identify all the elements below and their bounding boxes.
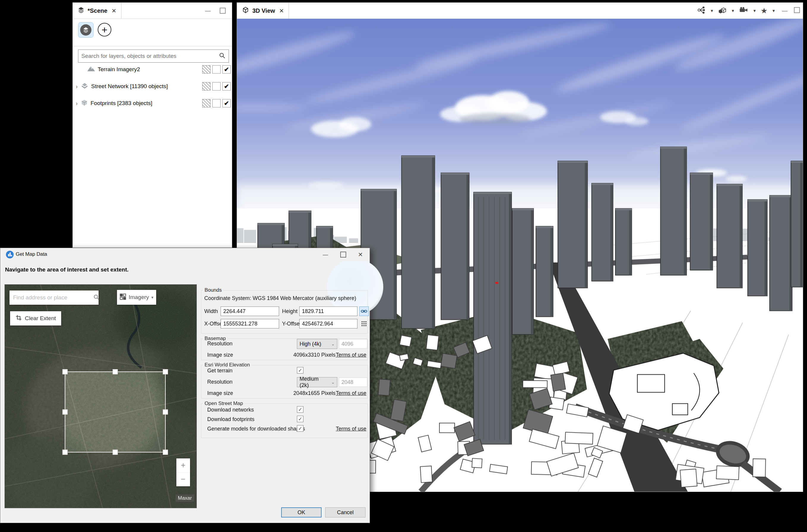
model-dropdown-icon[interactable]: ▼ xyxy=(731,8,735,13)
osm-terms-link[interactable]: Terms of use xyxy=(336,426,366,432)
expand-chevron-icon[interactable]: › xyxy=(73,83,80,90)
layers-view-button[interactable] xyxy=(78,22,93,38)
3d-view-titlebar: 3D View ✕ ▼ xyxy=(237,3,803,19)
elevation-resolution-select[interactable]: Medium (2k)⌄ xyxy=(297,377,337,387)
basemap-group: Basemap Resolution High (4k)⌄ Image size… xyxy=(201,339,368,360)
layers-white-icon xyxy=(80,24,91,36)
basemap-resolution-select[interactable]: High (4k)⌄ xyxy=(297,339,337,349)
scene-maximize-button[interactable] xyxy=(218,6,228,15)
layer-terrain-visible-toggle[interactable]: ✔ xyxy=(222,65,231,74)
layers-icon xyxy=(77,6,85,15)
dialog-minimize-button[interactable]: — xyxy=(319,250,332,259)
layer-row-footprints[interactable]: › Footprints [2383 objects] ✔ xyxy=(73,96,232,110)
basemap-gallery-button[interactable]: Imagery ▾ xyxy=(117,290,156,305)
offset-grid-button[interactable] xyxy=(359,319,369,328)
layer-footprints-select-toggle[interactable] xyxy=(202,99,210,108)
dialog-titlebar: Get Map Data — ✕ xyxy=(0,248,370,261)
camera-icon[interactable] xyxy=(739,6,749,16)
basemap-resolution-pixels-input xyxy=(339,339,367,348)
layer-row-terrain[interactable]: Terrain Imagery2 ✔ xyxy=(73,63,232,76)
generate-models-checkbox[interactable]: ✓ xyxy=(297,425,304,432)
y-offset-field xyxy=(299,319,357,328)
map-zoom-control: + − xyxy=(176,458,190,486)
y-offset-input[interactable] xyxy=(299,319,357,328)
zoom-out-button[interactable]: − xyxy=(176,473,190,487)
tab-scene[interactable]: *Scene ✕ xyxy=(73,3,122,19)
camera-dropdown-icon[interactable]: ▼ xyxy=(753,8,756,13)
download-footprints-checkbox[interactable]: ✓ xyxy=(297,416,304,422)
zoom-in-button[interactable]: + xyxy=(176,458,190,473)
3d-view-toolbar: ▼ ▼ ▼ ★ ▼ — xyxy=(697,6,800,16)
width-field xyxy=(221,306,279,316)
layer-name: Terrain Imagery2 xyxy=(98,66,200,73)
bounds-group: Bounds Coordinate System: WGS 1984 Web M… xyxy=(201,290,368,334)
bookmark-star-icon[interactable]: ★ xyxy=(761,8,768,14)
layer-street-lock-toggle[interactable] xyxy=(212,82,221,91)
map-search-input[interactable] xyxy=(10,294,89,301)
scenario-compare-icon[interactable] xyxy=(697,6,706,16)
get-terrain-checkbox[interactable]: ✓ xyxy=(297,367,304,374)
elevation-resolution-label: Resolution xyxy=(207,379,233,385)
scene-toolbar: + xyxy=(73,19,232,46)
search-icon xyxy=(216,52,228,60)
dialog-close-button[interactable]: ✕ xyxy=(354,250,367,259)
dialog-maximize-button[interactable] xyxy=(337,250,349,259)
dialog-title: Get Map Data xyxy=(16,251,47,257)
model-cube-icon[interactable] xyxy=(718,6,727,16)
height-field xyxy=(299,306,357,316)
download-networks-label: Download networks xyxy=(207,407,254,413)
scene-titlebar: *Scene ✕ — xyxy=(73,3,232,19)
basemap-terms-link[interactable]: Terms of use xyxy=(336,352,366,358)
tab-3d-view-label: 3D View xyxy=(252,7,275,14)
extent-map[interactable]: Imagery ▾ Clear Extent + − Maxar xyxy=(4,284,197,508)
basemap-image-size-value: 4096x3310 Pixels xyxy=(293,352,335,358)
3d-view-maximize-button[interactable] xyxy=(794,7,800,14)
add-layer-button[interactable]: + xyxy=(98,23,111,37)
osm-group-label: Open Street Map xyxy=(203,401,244,406)
layer-footprints-visible-toggle[interactable]: ✔ xyxy=(222,99,231,108)
height-label: Height xyxy=(282,308,297,315)
crop-icon xyxy=(15,315,22,323)
elevation-resolution-pixels-input xyxy=(339,378,367,386)
x-offset-input[interactable] xyxy=(221,319,279,328)
generate-models-label: Generate models for downloaded shapes xyxy=(207,426,305,432)
street-network-layer-icon xyxy=(80,82,89,91)
layer-street-visible-toggle[interactable]: ✔ xyxy=(222,82,231,91)
x-offset-field xyxy=(221,319,279,328)
terrain-layer-icon xyxy=(87,65,95,74)
layer-terrain-lock-toggle[interactable] xyxy=(212,65,221,74)
map-search-icon[interactable] xyxy=(89,294,103,302)
get-map-data-dialog: Get Map Data — ✕ Navigate to the area of… xyxy=(0,248,370,523)
lock-aspect-link-button[interactable] xyxy=(359,306,369,316)
basemap-image-size-label: Image size xyxy=(207,352,233,358)
scenario-dropdown-icon[interactable]: ▼ xyxy=(710,8,714,13)
ok-button[interactable]: OK xyxy=(281,507,322,517)
scene-minimize-button[interactable]: — xyxy=(203,6,213,15)
width-input[interactable] xyxy=(221,307,279,316)
tab-3d-view-close-icon[interactable]: ✕ xyxy=(278,7,284,14)
red-marker xyxy=(495,282,498,284)
layer-terrain-select-toggle[interactable] xyxy=(202,65,210,74)
scene-search-input[interactable] xyxy=(78,53,216,59)
layer-name: Street Network [11390 objects] xyxy=(91,83,200,90)
tab-3d-view[interactable]: 3D View ✕ xyxy=(237,3,289,19)
clear-extent-button[interactable]: Clear Extent xyxy=(10,311,61,325)
download-networks-checkbox[interactable]: ✓ xyxy=(297,406,304,413)
footprints-layer-icon xyxy=(80,99,88,108)
desktop: 3D View ✕ ▼ xyxy=(0,0,807,532)
bounds-group-label: Bounds xyxy=(203,287,223,293)
3d-view-minimize-button[interactable]: — xyxy=(780,6,790,15)
scene-window: *Scene ✕ — + xyxy=(72,2,232,248)
layer-footprints-lock-toggle[interactable] xyxy=(212,99,221,108)
tab-scene-close-icon[interactable]: ✕ xyxy=(110,7,116,14)
elevation-terms-link[interactable]: Terms of use xyxy=(336,390,366,396)
bookmark-dropdown-icon[interactable]: ▼ xyxy=(772,8,775,13)
basemap-resolution-pixels-field xyxy=(339,339,367,349)
layer-street-select-toggle[interactable] xyxy=(202,82,210,91)
expand-chevron-icon[interactable]: › xyxy=(73,100,80,107)
tab-scene-label: *Scene xyxy=(88,7,108,14)
cancel-button[interactable]: Cancel xyxy=(325,507,366,517)
height-input[interactable] xyxy=(299,307,357,316)
basemap-grid-icon xyxy=(120,293,126,302)
layer-row-street-network[interactable]: › Street Network [11390 objects] ✔ xyxy=(73,79,232,93)
